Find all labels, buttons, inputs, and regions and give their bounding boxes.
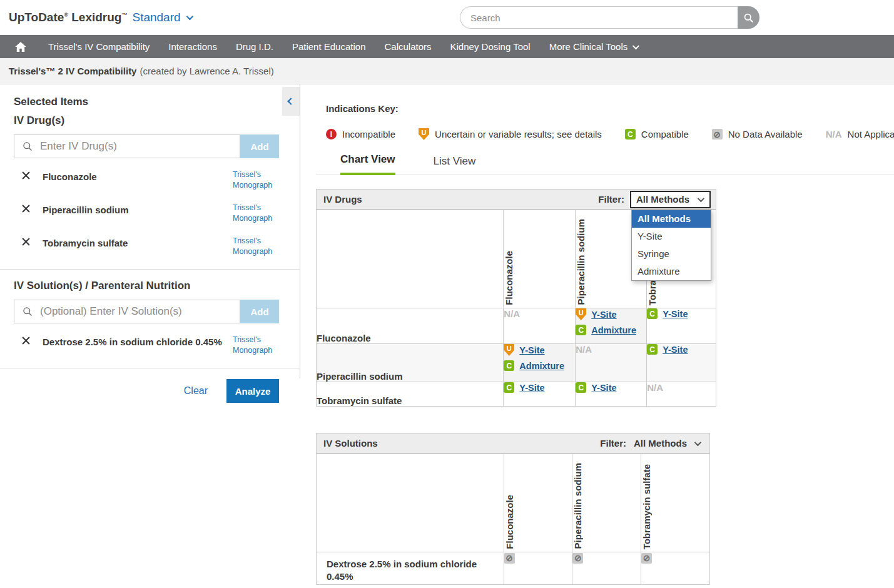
- close-icon: [22, 337, 30, 345]
- sidebar-collapse-button[interactable]: [282, 87, 300, 116]
- drug-list-item: Tobramycin sulfateTrissel's Monograph: [14, 230, 279, 263]
- result-link-admixture[interactable]: Admixture: [591, 325, 636, 335]
- trissels-monograph-link[interactable]: Trissel's Monograph: [233, 335, 279, 355]
- iv-solution-search-row: Add: [14, 300, 279, 323]
- search-icon: [23, 307, 33, 317]
- column-header-piperacillin-sodium: Piperacillin sodium: [572, 454, 641, 552]
- search-button[interactable]: [738, 6, 759, 29]
- result-entry: CY-Site: [647, 344, 716, 355]
- chevron-down-icon: [632, 42, 639, 49]
- iv-drugs-panel: IV Drugs Filter: All Methods All Methods…: [316, 189, 716, 407]
- key-item-label: Compatible: [641, 129, 689, 139]
- iv-drug-search-input[interactable]: [39, 139, 240, 153]
- not-applicable-value: N/A: [647, 382, 663, 393]
- remove-drug-button[interactable]: [22, 205, 30, 213]
- tab-chart-view[interactable]: Chart View: [340, 153, 395, 175]
- nav-item-more-clinical-tools[interactable]: More Clinical Tools: [540, 35, 648, 58]
- nav-item-patient-education[interactable]: Patient Education: [283, 35, 375, 58]
- home-icon: [15, 42, 26, 52]
- tab-list-view[interactable]: List View: [434, 155, 476, 175]
- search-input[interactable]: [460, 6, 738, 29]
- compatible-icon: C: [504, 382, 514, 393]
- analyze-button[interactable]: Analyze: [226, 379, 279, 403]
- sidebar-divider: [0, 269, 300, 270]
- table-row: Dextrose 2.5% in sodium chloride 0.45%⊘⊘…: [317, 552, 710, 585]
- result-link-y-site[interactable]: Y-Site: [519, 383, 544, 393]
- selected-drugs-list: FluconazoleTrissel's MonographPiperacill…: [14, 163, 279, 263]
- iv-drugs-panel-header: IV Drugs Filter: All Methods: [316, 189, 716, 210]
- add-solution-button[interactable]: Add: [240, 300, 279, 323]
- trissels-monograph-link[interactable]: Trissel's Monograph: [233, 236, 279, 256]
- edition-label: Standard: [132, 11, 180, 24]
- search-bar: [460, 6, 759, 29]
- top-header: UpToDate® Lexidrug™ Standard: [0, 0, 894, 35]
- filter-option-y-site[interactable]: Y-Site: [632, 228, 711, 245]
- drug-name: Tobramycin sulfate: [43, 236, 233, 248]
- drug-name: Piperacillin sodium: [43, 203, 233, 215]
- add-drug-button[interactable]: Add: [240, 134, 279, 158]
- key-item-nodata: ⊘No Data Available: [712, 129, 803, 139]
- page-title: Trissel's™ 2 IV Compatibility: [9, 66, 136, 76]
- chevron-down-icon: [186, 13, 193, 20]
- uncertain-icon: U: [576, 308, 586, 320]
- key-item-incompatible: IIncompatible: [326, 129, 395, 139]
- column-label: Piperacillin sodium: [576, 219, 586, 305]
- selected-items-sidebar: Selected Items IV Drug(s) Add Fluconazol…: [0, 84, 300, 378]
- remove-solution-button[interactable]: [22, 337, 30, 345]
- iv-solutions-panel: IV Solutions Filter: All Methods Flucona…: [316, 433, 710, 585]
- close-icon: [22, 171, 30, 180]
- registered-mark: ®: [64, 12, 68, 18]
- nav-item-calculators[interactable]: Calculators: [375, 35, 441, 58]
- chevron-down-icon: [694, 438, 701, 445]
- nav-item-interactions[interactable]: Interactions: [159, 35, 226, 58]
- main-nav: Trissel's IV CompatibilityInteractionsDr…: [0, 35, 894, 58]
- remove-drug-button[interactable]: [22, 171, 30, 180]
- result-entry: CY-Site: [504, 382, 575, 393]
- drug-list-item: Piperacillin sodiumTrissel's Monograph: [14, 196, 279, 230]
- iv-solution-search-input[interactable]: [39, 305, 240, 318]
- filter-option-all-methods[interactable]: All Methods: [632, 210, 711, 228]
- compatibility-cell: ⊘: [504, 552, 572, 585]
- result-entry: CY-Site: [647, 308, 716, 319]
- compatibility-cell: CY-Site: [647, 344, 716, 382]
- indications-key: IIncompatibleUUncertain or variable resu…: [326, 128, 894, 140]
- brand-uptodate: UpToDate® Lexidrug™: [9, 11, 127, 24]
- nodata-icon: ⊘: [712, 129, 723, 139]
- result-link-y-site[interactable]: Y-Site: [663, 345, 688, 355]
- clear-button[interactable]: Clear: [184, 385, 208, 397]
- iv-solutions-panel-header: IV Solutions Filter: All Methods: [316, 433, 710, 454]
- compatible-icon: C: [504, 360, 514, 371]
- compatibility-cell: N/A: [504, 308, 576, 344]
- method-filter-select[interactable]: All Methods: [630, 191, 711, 208]
- uncertain-icon: U: [419, 128, 429, 140]
- trissels-monograph-link[interactable]: Trissel's Monograph: [233, 170, 279, 190]
- filter-option-admixture[interactable]: Admixture: [632, 263, 711, 280]
- compatible-icon: C: [647, 308, 658, 319]
- iv-solutions-filter[interactable]: Filter: All Methods: [600, 438, 699, 449]
- sidebar-divider: [0, 368, 300, 368]
- nav-item-trissel-s-iv-compatibility[interactable]: Trissel's IV Compatibility: [39, 35, 159, 58]
- filter-option-syringe[interactable]: Syringe: [632, 245, 711, 263]
- page-title-suffix: (created by Lawrence A. Trissel): [140, 66, 273, 76]
- remove-drug-button[interactable]: [22, 238, 30, 246]
- compatibility-cell: N/A: [647, 382, 716, 407]
- nav-item-drug-i-d-[interactable]: Drug I.D.: [226, 35, 283, 58]
- compatibility-cell: N/A: [576, 344, 647, 382]
- chevron-left-icon: [287, 98, 294, 104]
- result-link-admixture[interactable]: Admixture: [519, 361, 564, 371]
- nav-home-button[interactable]: [0, 42, 39, 52]
- result-link-y-site[interactable]: Y-Site: [591, 383, 616, 393]
- trissels-monograph-link[interactable]: Trissel's Monograph: [233, 203, 279, 223]
- incompatible-icon: I: [326, 129, 337, 139]
- nodata-icon: ⊘: [572, 553, 583, 564]
- edition-selector[interactable]: Standard: [132, 11, 191, 24]
- result-link-y-site[interactable]: Y-Site: [519, 345, 544, 355]
- nav-item-kidney-dosing-tool[interactable]: Kidney Dosing Tool: [441, 35, 540, 58]
- row-header-piperacillin-sodium: Piperacillin sodium: [317, 344, 504, 382]
- result-entry: UY-Site: [576, 308, 646, 320]
- key-item-na: N/ANot Applicable: [826, 129, 894, 139]
- result-link-y-site[interactable]: Y-Site: [591, 310, 616, 320]
- iv-drug-search-box: [14, 134, 240, 158]
- method-filter-dropdown: All MethodsY-SiteSyringeAdmixture: [631, 210, 711, 281]
- result-link-y-site[interactable]: Y-Site: [663, 309, 688, 319]
